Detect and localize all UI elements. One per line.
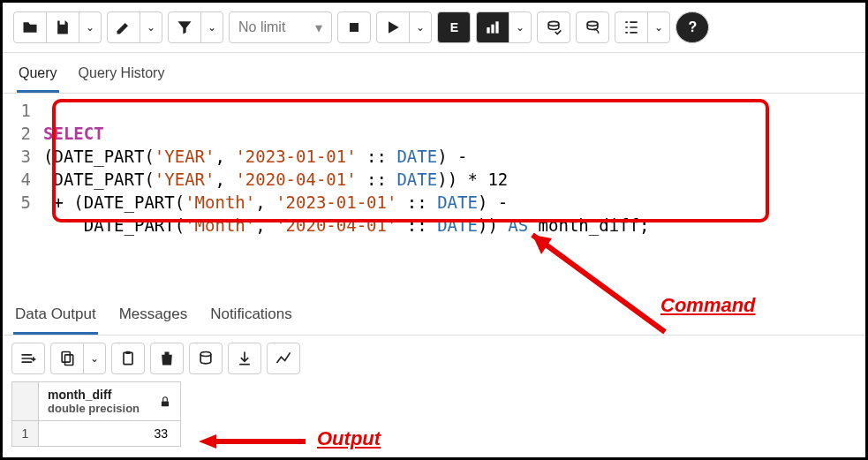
svg-rect-10: [124, 352, 132, 364]
limit-label: No limit: [238, 19, 285, 35]
svg-rect-2: [492, 25, 494, 34]
svg-point-5: [588, 21, 599, 26]
save-dropdown[interactable]: ⌄: [79, 11, 102, 43]
row-header-blank: [12, 382, 39, 421]
result-toolbar: ⌄: [3, 336, 865, 381]
svg-point-4: [549, 21, 560, 26]
commit-button[interactable]: [537, 11, 570, 43]
filter-dropdown[interactable]: ⌄: [200, 11, 223, 43]
column-name: month_diff: [48, 388, 140, 402]
result-tabs: Data Output Messages Notifications: [3, 295, 865, 336]
column-header[interactable]: month_diff double precision: [39, 382, 181, 421]
stop-button[interactable]: [337, 11, 371, 43]
open-file-button[interactable]: [13, 11, 47, 43]
svg-rect-11: [126, 351, 131, 354]
edit-dropdown[interactable]: ⌄: [140, 11, 162, 43]
tab-query-history[interactable]: Query History: [77, 60, 167, 93]
explain-analyze-dropdown[interactable]: ⌄: [509, 11, 532, 43]
lock-icon: [159, 396, 171, 408]
main-toolbar: ⌄ ⌄ ⌄ No limit ▾ ⌄ E ⌄ ⌄ ?: [3, 3, 865, 53]
macros-button[interactable]: [615, 11, 648, 43]
edit-button[interactable]: [107, 11, 140, 43]
svg-point-12: [200, 352, 211, 357]
filter-button[interactable]: [168, 11, 201, 43]
output-annotation: Output: [317, 427, 381, 450]
svg-rect-8: [62, 352, 70, 363]
tab-query[interactable]: Query: [17, 60, 59, 93]
line-gutter: 1 2 3 4 5: [3, 99, 43, 260]
svg-rect-9: [65, 355, 73, 366]
delete-button[interactable]: [150, 343, 184, 374]
limit-dropdown[interactable]: No limit ▾: [229, 11, 332, 43]
copy-dropdown[interactable]: ⌄: [83, 343, 106, 374]
tab-notifications[interactable]: Notifications: [208, 300, 294, 335]
code-area[interactable]: SELECT (DATE_PART('YEAR', '2023-01-01' :…: [43, 99, 865, 260]
execute-dropdown[interactable]: ⌄: [409, 11, 432, 43]
explain-analyze-button[interactable]: [476, 11, 509, 43]
execute-button[interactable]: [376, 11, 410, 43]
paste-button[interactable]: [111, 343, 145, 374]
svg-rect-3: [496, 21, 499, 33]
sql-editor-wrap: 1 2 3 4 5 SELECT (DATE_PART('YEAR', '202…: [3, 94, 865, 295]
save-data-button[interactable]: [189, 343, 223, 374]
svg-marker-15: [199, 434, 216, 449]
add-row-button[interactable]: [11, 343, 45, 374]
output-arrow: [195, 431, 310, 452]
help-button[interactable]: ?: [676, 11, 709, 43]
sql-editor[interactable]: 1 2 3 4 5 SELECT (DATE_PART('YEAR', '202…: [3, 94, 865, 295]
cell-value[interactable]: 33: [39, 421, 181, 447]
tab-messages[interactable]: Messages: [117, 300, 189, 335]
chevron-down-icon: ▾: [315, 19, 322, 36]
results-grid: month_diff double precision 1 33: [11, 381, 181, 447]
rollback-button[interactable]: [576, 11, 609, 43]
table-row[interactable]: 1 33: [12, 421, 181, 447]
save-button[interactable]: [46, 11, 79, 43]
download-button[interactable]: [228, 343, 261, 374]
row-number: 1: [12, 421, 39, 447]
macros-dropdown[interactable]: ⌄: [647, 11, 670, 43]
svg-rect-1: [487, 27, 490, 34]
column-type: double precision: [48, 402, 140, 415]
explain-button[interactable]: E: [437, 11, 471, 43]
graph-button[interactable]: [267, 343, 300, 374]
copy-button[interactable]: [50, 343, 84, 374]
editor-tabs: Query Query History: [3, 53, 865, 94]
tab-data-output[interactable]: Data Output: [13, 300, 98, 335]
svg-rect-0: [350, 23, 359, 32]
svg-rect-13: [162, 401, 169, 406]
